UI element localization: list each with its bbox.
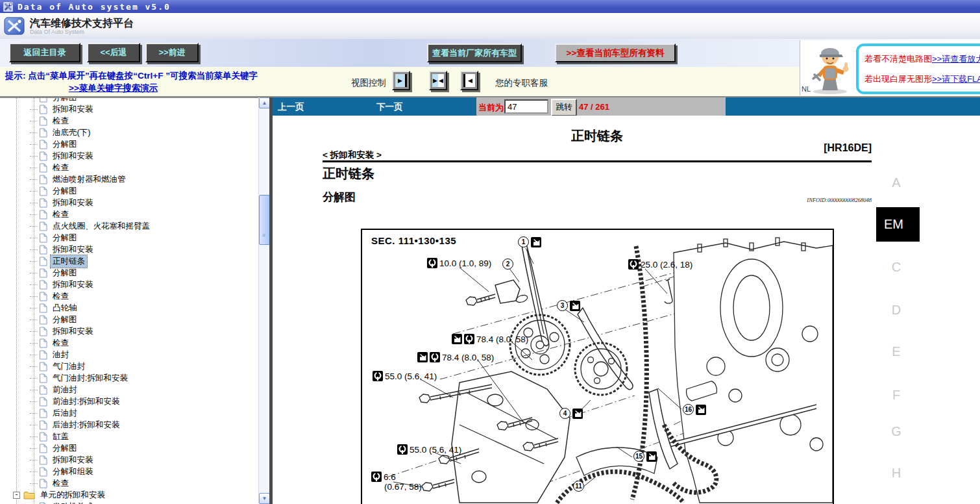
- sidebar-scrollbar[interactable]: ▲ ▼: [258, 97, 270, 504]
- split-expand-left-button[interactable]: ◀: [460, 71, 478, 90]
- tree-doc-item[interactable]: 拆卸和安装: [0, 197, 258, 208]
- tree-item-label[interactable]: 检查: [51, 337, 71, 349]
- tree-item-label[interactable]: 分解图: [51, 232, 79, 244]
- tree-item-label[interactable]: 拆卸和安装: [51, 454, 95, 466]
- tree-item-label[interactable]: 分解图: [51, 138, 79, 151]
- tree-item-label[interactable]: 拆卸和安装: [51, 279, 95, 291]
- tree-doc-item[interactable]: 拆卸和安装: [0, 325, 258, 337]
- tree-item-label[interactable]: 检查: [51, 290, 71, 303]
- tree-item-label[interactable]: 后油封:拆卸和安装: [51, 419, 121, 431]
- tree-doc-item[interactable]: 拆卸和安装: [0, 279, 258, 290]
- doc-section-link[interactable]: < 拆卸和安装 >: [323, 149, 382, 161]
- view-all-models-button[interactable]: 查看当前厂家所有车型: [427, 44, 522, 62]
- tree-doc-item[interactable]: 检查: [0, 477, 258, 489]
- tree-doc-item[interactable]: 检查: [0, 115, 258, 127]
- tree-item-label[interactable]: 发动机总成: [51, 501, 95, 504]
- tree-doc-item[interactable]: 拆卸和安装: [0, 150, 258, 162]
- tree-item-label[interactable]: 拆卸和安装: [51, 103, 95, 116]
- oil-icon: [452, 334, 462, 344]
- tree-doc-item[interactable]: 前油封: [0, 384, 258, 396]
- tree-doc-item[interactable]: 后油封:拆卸和安装: [0, 419, 258, 431]
- tree-item-label[interactable]: 单元的拆卸和安装: [38, 489, 107, 501]
- tree-item-label[interactable]: 拆卸和安装: [51, 150, 95, 162]
- tree-doc-item[interactable]: 拆卸和安装: [0, 244, 258, 255]
- zoom-circuit-link[interactable]: >>请查看放大: [932, 54, 980, 64]
- tree-item-label[interactable]: 缸盖: [51, 431, 71, 443]
- split-center-button[interactable]: ▶ ◀: [429, 71, 447, 90]
- tree-doc-item[interactable]: 分解图: [0, 97, 258, 103]
- jump-button[interactable]: 跳转: [551, 99, 577, 116]
- tree-doc-item[interactable]: 分解图: [0, 232, 258, 244]
- tree-doc-item[interactable]: 检查: [0, 337, 258, 349]
- tree-item-label[interactable]: 检查: [51, 115, 71, 127]
- tree-doc-item[interactable]: 分解和组装: [0, 466, 258, 477]
- scroll-down-button[interactable]: ▼: [259, 493, 270, 504]
- split-expand-right-button[interactable]: ▶: [392, 71, 410, 90]
- forward-button[interactable]: >>前进: [145, 43, 199, 62]
- tree-item-label[interactable]: 后油封: [51, 407, 79, 420]
- tree-doc-item[interactable]: 气门油封:拆卸和安装: [0, 372, 258, 384]
- tree-doc-item[interactable]: 分解图: [0, 314, 258, 325]
- tree-item-label[interactable]: 凸轮轴: [51, 302, 79, 314]
- tree-item-label[interactable]: 拆卸和安装: [51, 197, 95, 209]
- back-to-menu-button[interactable]: 返回主目录: [9, 43, 80, 62]
- page-number-input[interactable]: [504, 99, 548, 114]
- window-titlebar[interactable]: Data of Auto system v5.0: [0, 0, 980, 13]
- document-icon: [39, 338, 47, 348]
- tree-doc-item[interactable]: 拆卸和安装: [0, 454, 258, 466]
- tree-item-label[interactable]: 油底壳(下): [51, 127, 92, 139]
- document-icon: [39, 268, 47, 278]
- tree-doc-item[interactable]: 前油封:拆卸和安装: [0, 396, 258, 407]
- tree-doc-item[interactable]: 拆卸和安装: [0, 103, 258, 115]
- tree-item-label[interactable]: 油封: [51, 349, 71, 361]
- tree-item-label[interactable]: 分解图: [51, 267, 79, 279]
- menu-search-demo-link[interactable]: >>菜单关键字搜索演示: [69, 82, 158, 94]
- document-icon: [39, 140, 47, 149]
- tree-doc-item[interactable]: 油封: [0, 349, 258, 360]
- tree-doc-item[interactable]: 凸轮轴: [0, 302, 258, 314]
- arrow-right-icon: ▶: [395, 74, 405, 87]
- tree-item-label[interactable]: 点火线圈、火花塞和摇臂盖: [51, 220, 152, 233]
- tree-doc-item[interactable]: 气门油封: [0, 360, 258, 372]
- tree-item-label[interactable]: 检查: [51, 477, 71, 490]
- tree-doc-item[interactable]: 分解图: [0, 442, 258, 454]
- tree-item-label[interactable]: 拆卸和安装: [51, 325, 95, 338]
- tree-item-label[interactable]: 气门油封:拆卸和安装: [51, 372, 130, 384]
- tree-item-label[interactable]: 分解和组装: [51, 466, 95, 478]
- tree-item-label[interactable]: 检查: [51, 208, 71, 221]
- tree-item-label[interactable]: 分解图: [51, 185, 79, 197]
- app-subtitle: Data Of Auto System: [30, 29, 134, 35]
- scrollbar-thumb[interactable]: [259, 195, 270, 245]
- tree-doc-item[interactable]: 点火线圈、火花塞和摇臂盖: [0, 220, 258, 232]
- tree-doc-item[interactable]: 分解图: [0, 138, 258, 150]
- download-flash-link[interactable]: >>请下载FLA: [932, 74, 980, 84]
- tree-item-label[interactable]: 分解图: [51, 442, 79, 455]
- view-all-docs-button[interactable]: >>查看当前车型所有资料: [555, 44, 676, 62]
- tree-item-label[interactable]: 前油封: [51, 384, 79, 396]
- tree-item-label[interactable]: 前油封:拆卸和安装: [51, 396, 121, 408]
- tree-item-label[interactable]: 正时链条: [51, 255, 87, 268]
- tree-doc-item[interactable]: 油底壳(下): [0, 127, 258, 138]
- tree-doc-item[interactable]: 正时链条: [0, 255, 258, 267]
- tree-doc-item[interactable]: 缸盖: [0, 431, 258, 442]
- tree-folder-item[interactable]: -单元的拆卸和安装: [0, 489, 258, 501]
- tree-item-label[interactable]: 拆卸和安装: [51, 244, 95, 256]
- tree-collapse-icon[interactable]: -: [13, 492, 20, 499]
- next-page-link[interactable]: 下一页: [376, 101, 403, 113]
- tree-doc-item[interactable]: 发动机总成: [0, 501, 258, 504]
- tree-item-label[interactable]: 分解图: [51, 314, 79, 326]
- section-letter-tab: C: [885, 260, 907, 275]
- tree-doc-item[interactable]: 后油封: [0, 407, 258, 419]
- tree-item-label[interactable]: 气门油封: [51, 360, 87, 373]
- tree-item-label[interactable]: 燃油喷射器和燃油管: [51, 173, 128, 186]
- tree-item-label[interactable]: 检查: [51, 162, 71, 174]
- tree-doc-item[interactable]: 分解图: [0, 185, 258, 197]
- tree-doc-item[interactable]: 分解图: [0, 267, 258, 279]
- prev-page-link[interactable]: 上一页: [278, 101, 304, 113]
- tree-doc-item[interactable]: 检查: [0, 208, 258, 220]
- tree-doc-item[interactable]: 燃油喷射器和燃油管: [0, 173, 258, 185]
- back-button[interactable]: <<后退: [87, 43, 140, 62]
- tree-doc-item[interactable]: 检查: [0, 162, 258, 173]
- scroll-up-button[interactable]: ▲: [259, 97, 270, 108]
- tree-doc-item[interactable]: 检查: [0, 290, 258, 302]
